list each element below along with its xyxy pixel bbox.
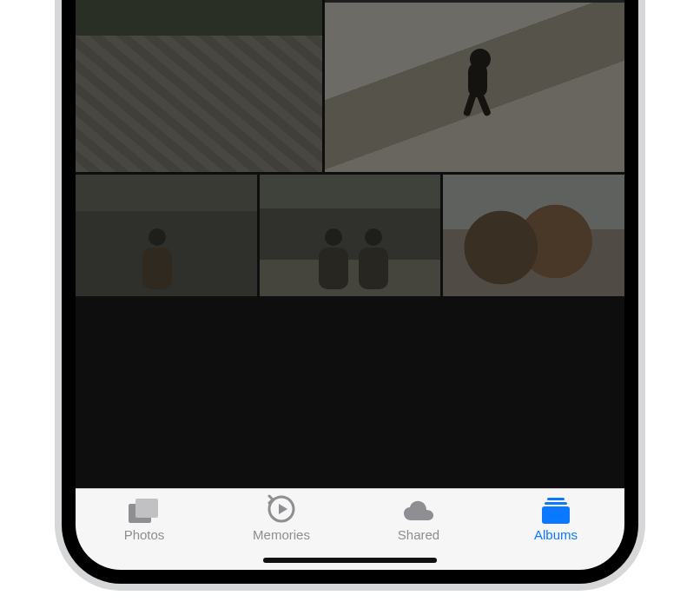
tab-photos[interactable]: Photos — [76, 496, 213, 570]
tab-label: Memories — [253, 527, 310, 542]
photos-icon — [128, 496, 161, 524]
photo-thumbnail[interactable] — [76, 0, 322, 172]
home-indicator[interactable] — [263, 558, 437, 563]
cloud-icon — [401, 496, 436, 524]
svg-rect-5 — [545, 502, 567, 505]
photo-thumbnail[interactable] — [325, 0, 624, 172]
tab-albums[interactable]: Albums — [487, 496, 624, 570]
svg-rect-1 — [135, 499, 158, 518]
svg-rect-4 — [547, 498, 565, 500]
svg-marker-3 — [279, 504, 287, 514]
phone-bezel: Photos Memories — [62, 0, 638, 584]
tab-label: Photos — [124, 527, 165, 542]
screen: Photos Memories — [76, 0, 624, 570]
phone-frame: Photos Memories — [55, 0, 645, 591]
photo-thumbnail[interactable] — [443, 175, 624, 296]
tab-label: Albums — [534, 527, 578, 542]
photo-thumbnail[interactable] — [76, 175, 257, 296]
photo-thumbnail[interactable] — [260, 175, 441, 296]
tab-label: Shared — [398, 527, 439, 542]
svg-rect-6 — [542, 506, 570, 524]
photo-grid — [76, 0, 624, 488]
albums-icon — [540, 496, 571, 524]
memories-icon — [267, 496, 296, 524]
